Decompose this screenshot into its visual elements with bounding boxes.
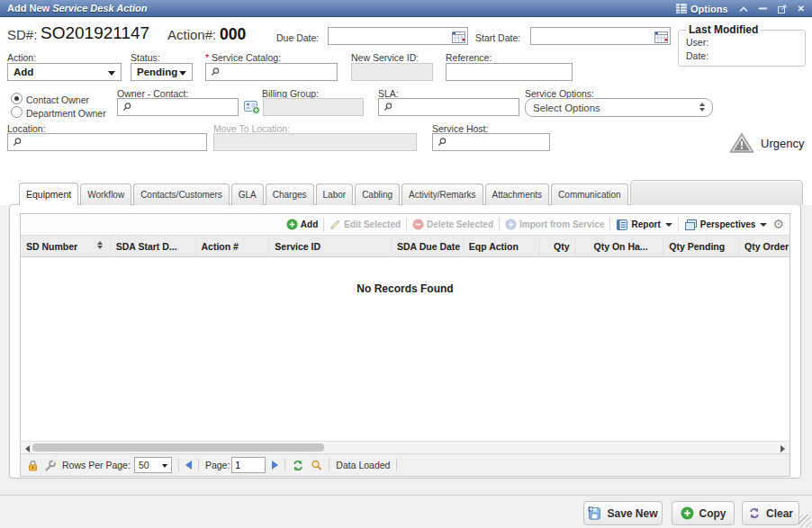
no-records-message: No Records Found — [21, 282, 789, 295]
billing-group-input — [263, 98, 364, 116]
calendar-icon[interactable] — [654, 31, 668, 47]
clear-refresh-icon — [748, 507, 761, 519]
column-header-qty-ordered[interactable]: Qty Order — [739, 236, 789, 257]
reference-label: Reference: — [446, 52, 492, 63]
department-owner-label: Department Owner — [26, 108, 106, 119]
add-icon — [286, 219, 298, 230]
delete-icon — [412, 219, 424, 230]
column-header-qty[interactable]: Qty — [540, 236, 576, 257]
options-button[interactable]: Options — [676, 4, 728, 14]
popout-icon[interactable] — [778, 4, 787, 13]
column-header-sd-number[interactable]: SD Number — [21, 236, 111, 257]
service-host-input[interactable] — [432, 133, 550, 151]
close-icon[interactable]: ✕ — [798, 0, 805, 17]
column-header-qty-pending[interactable]: Qty Pending — [663, 236, 739, 257]
column-header-eqp-action[interactable]: Eqp Action — [464, 236, 540, 257]
tab-gla[interactable]: GLA — [231, 183, 264, 205]
search-icon — [13, 138, 22, 147]
sd-number-label: SD#: — [7, 27, 37, 42]
page-label: Page: — [205, 460, 230, 470]
report-button[interactable]: Report — [616, 219, 672, 231]
new-service-id-input — [351, 63, 433, 81]
owner-contact-input[interactable] — [117, 98, 239, 116]
import-from-service-button[interactable]: Import from Service — [505, 219, 604, 230]
tab-workflow[interactable]: Workflow — [80, 183, 131, 205]
edit-selected-button[interactable]: Edit Selected — [329, 219, 401, 230]
last-modified-group: Last Modified User: Date: — [678, 23, 806, 67]
resize-grip[interactable] — [798, 515, 811, 527]
status-select[interactable]: Pending — [131, 63, 193, 81]
column-header-sda-start-date[interactable]: SDA Start D... — [111, 236, 196, 257]
reference-input[interactable] — [446, 63, 573, 81]
contact-owner-radio[interactable] — [11, 93, 23, 104]
grid-header-row: SD Number SDA Start D... Action # Servic… — [21, 236, 789, 257]
service-options-select[interactable]: Select Options — [525, 98, 713, 117]
department-owner-radio[interactable] — [11, 106, 23, 118]
start-date-input[interactable] — [530, 27, 671, 45]
perspectives-button[interactable]: Perspectives — [684, 219, 768, 231]
footer-bar: Save New Copy Clear — [0, 495, 812, 528]
tab-cabling[interactable]: Cabling — [355, 183, 400, 205]
copy-button[interactable]: Copy — [672, 501, 735, 525]
tab-strip: Equipment Workflow Contacts/Customers GL… — [19, 183, 803, 205]
tab-activity-remarks[interactable]: Activity/Remarks — [401, 183, 483, 205]
options-grid-icon — [676, 4, 687, 13]
column-header-sda-due-date[interactable]: SDA Due Date — [392, 236, 464, 257]
next-page-icon[interactable] — [272, 461, 278, 470]
refresh-icon[interactable] — [292, 460, 304, 471]
pager-search-icon[interactable] — [311, 460, 322, 471]
dropdown-caret-icon — [760, 223, 767, 227]
clear-button[interactable]: Clear — [742, 501, 799, 525]
previous-page-icon[interactable] — [185, 461, 192, 470]
service-catalog-label: * Service Catalog: — [205, 52, 281, 63]
wrench-icon[interactable] — [44, 460, 56, 471]
sort-icon[interactable] — [97, 241, 103, 249]
minimize-icon[interactable] — [759, 7, 767, 10]
scroll-left-icon[interactable] — [25, 445, 30, 452]
scroll-right-icon[interactable] — [780, 445, 785, 452]
rows-per-page-label: Rows Per Page: — [62, 460, 131, 470]
grid-settings-gear-icon[interactable]: ⚙ — [772, 219, 784, 230]
service-catalog-input[interactable] — [205, 63, 338, 81]
tab-equipment[interactable]: Equipment — [19, 183, 78, 205]
collapse-icon[interactable] — [739, 6, 748, 12]
perspectives-icon — [684, 219, 698, 231]
last-modified-date-label: Date: — [686, 49, 798, 63]
column-header-action-number[interactable]: Action # — [196, 236, 270, 257]
lock-icon[interactable] — [28, 460, 38, 471]
tab-communication[interactable]: Communication — [551, 183, 627, 205]
tab-labor[interactable]: Labor — [316, 183, 354, 205]
due-date-input[interactable] — [328, 27, 468, 45]
dropdown-caret-icon — [179, 71, 186, 76]
tab-charges[interactable]: Charges — [266, 183, 314, 205]
save-new-button[interactable]: Save New — [583, 501, 663, 525]
scrollbar-thumb[interactable] — [32, 443, 324, 452]
delete-selected-button[interactable]: Delete Selected — [412, 219, 493, 230]
calendar-icon[interactable] — [452, 31, 465, 47]
pager-status-text: Data Loaded — [336, 460, 390, 470]
titlebar: Add New Service Desk Action Options ✕ — [0, 0, 812, 17]
new-service-id-label: New Service ID: — [351, 52, 419, 63]
column-header-service-id[interactable]: Service ID — [269, 236, 392, 257]
grid-pager: Rows Per Page: 50 Page: Data Loaded — [21, 453, 789, 476]
tab-attachments[interactable]: Attachments — [485, 183, 550, 205]
search-icon — [122, 103, 131, 112]
dropdown-caret-icon — [108, 71, 115, 76]
urgency-warning-icon[interactable] — [729, 132, 754, 154]
column-header-qty-on-hand[interactable]: Qty On Ha... — [576, 236, 664, 257]
dropdown-caret-icon — [162, 464, 167, 468]
page-number-input[interactable] — [231, 457, 266, 473]
select-updown-icon — [699, 103, 705, 112]
sla-input[interactable] — [378, 98, 519, 116]
contact-owner-label: Contact Owner — [26, 94, 89, 105]
add-button[interactable]: Add — [286, 219, 318, 230]
horizontal-scrollbar[interactable] — [21, 441, 789, 453]
location-input[interactable] — [7, 133, 207, 151]
search-icon — [383, 103, 392, 112]
action-number-label: Action#: — [167, 27, 216, 42]
rows-per-page-select[interactable]: 50 — [134, 457, 172, 473]
add-contact-icon[interactable] — [244, 100, 260, 118]
action-select[interactable]: Add — [7, 63, 122, 81]
copy-add-icon — [681, 506, 694, 520]
tab-contacts-customers[interactable]: Contacts/Customers — [133, 183, 230, 205]
